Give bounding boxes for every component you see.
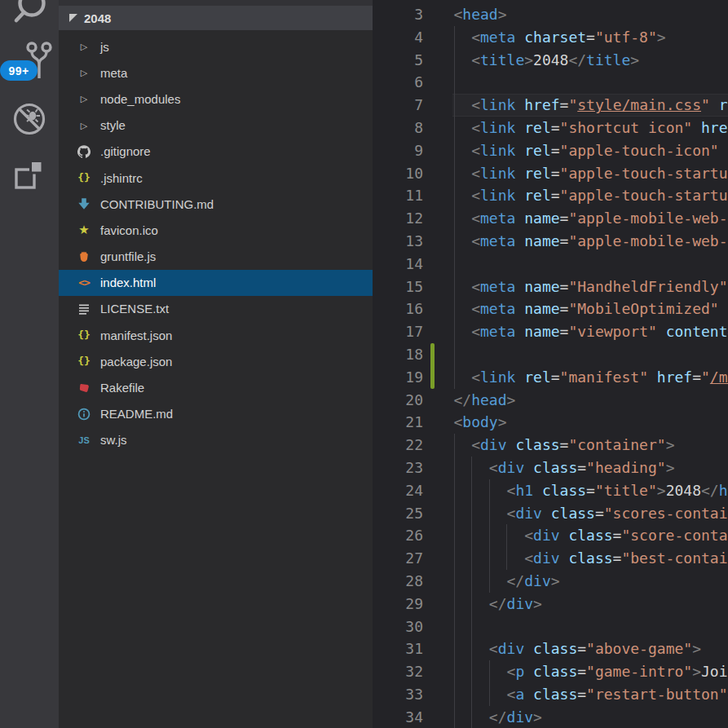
- line-number[interactable]: 3: [373, 3, 423, 26]
- line-number[interactable]: 14: [373, 253, 423, 276]
- tree-item-gitignore[interactable]: .gitignore: [59, 139, 373, 165]
- line-number[interactable]: 21: [373, 411, 423, 434]
- code-line-24[interactable]: <h1 class="title">2048</h1>: [373, 479, 728, 502]
- line-number[interactable]: 19: [373, 366, 423, 389]
- code-text: <h1 class="title">2048</h1>: [454, 479, 728, 502]
- indent-guide: [489, 683, 490, 706]
- code-line-29[interactable]: </div>: [373, 593, 728, 615]
- line-number[interactable]: 7: [373, 94, 423, 117]
- chevron-right-icon: ▷: [77, 92, 90, 105]
- indent-guide: [454, 253, 455, 276]
- indent-guide: [454, 570, 455, 593]
- tree-item-package-json[interactable]: {}package.json: [59, 348, 373, 374]
- indent-guide: [454, 94, 455, 117]
- line-number[interactable]: 18: [373, 343, 423, 366]
- tree-item-gruntfile-js[interactable]: gruntfile.js: [59, 244, 373, 270]
- code-text: <div class="best-container">: [454, 547, 728, 570]
- code-line-16[interactable]: <meta name="MobileOptimized" content="32…: [373, 298, 728, 320]
- line-number[interactable]: 25: [373, 502, 423, 525]
- line-number[interactable]: 12: [373, 207, 423, 230]
- line-number[interactable]: 15: [373, 276, 423, 298]
- code-line-9[interactable]: <link rel="apple-touch-icon" href: [373, 139, 728, 162]
- tree-item-js[interactable]: ▷js: [59, 33, 373, 60]
- line-number[interactable]: 32: [373, 660, 423, 683]
- line-number[interactable]: 33: [373, 683, 423, 706]
- source-control-icon[interactable]: 99+: [20, 41, 58, 80]
- code-line-33[interactable]: <a class="restart-button">New Game: [373, 683, 728, 706]
- tree-item-manifest-json[interactable]: {}manifest.json: [59, 322, 373, 348]
- code-line-22[interactable]: <div class="container">: [373, 434, 728, 457]
- code-line-31[interactable]: <div class="above-game">: [373, 638, 728, 660]
- line-number[interactable]: 23: [373, 457, 423, 479]
- line-number[interactable]: 29: [373, 593, 423, 615]
- code-line-11[interactable]: <link rel="apple-touch-startup-image": [373, 184, 728, 207]
- code-line-10[interactable]: <link rel="apple-touch-startup-image": [373, 162, 728, 185]
- line-number[interactable]: 26: [373, 524, 423, 547]
- tree-item-meta[interactable]: ▷meta: [59, 60, 373, 86]
- tree-item-jshintrc[interactable]: {}.jshintrc: [59, 165, 373, 191]
- code-line-12[interactable]: <meta name="apple-mobile-web-app-capable…: [373, 207, 728, 230]
- code-line-19[interactable]: <link rel="manifest" href="/manifest.jso…: [373, 366, 728, 389]
- down-arrow-icon: [77, 197, 90, 210]
- indent-guide: [454, 593, 455, 615]
- code-line-3[interactable]: <head>: [373, 3, 728, 26]
- line-number[interactable]: 10: [373, 162, 423, 185]
- code-line-15[interactable]: <meta name="HandheldFriendly" content: [373, 276, 728, 298]
- code-line-20[interactable]: </head>: [373, 389, 728, 412]
- line-number[interactable]: 8: [373, 117, 423, 139]
- tree-item-sw-js[interactable]: JSsw.js: [59, 427, 373, 453]
- code-line-17[interactable]: <meta name="viewport" content="width=dev…: [373, 320, 728, 343]
- code-line-18[interactable]: [373, 343, 728, 366]
- code-line-32[interactable]: <p class="game-intro">Join the numbers: [373, 660, 728, 683]
- tree-item-node-modules[interactable]: ▷node_modules: [59, 86, 373, 112]
- code-line-23[interactable]: <div class="heading">: [373, 457, 728, 479]
- code-line-8[interactable]: <link rel="shortcut icon" href="favicon.…: [373, 117, 728, 139]
- line-number[interactable]: 28: [373, 570, 423, 593]
- folder-section-header[interactable]: 2048: [59, 6, 373, 30]
- tree-item-readme-md[interactable]: README.md: [59, 401, 373, 427]
- activity-bar: 99+: [0, 0, 59, 728]
- folder-name: js: [100, 40, 109, 54]
- tree-item-license-txt[interactable]: LICENSE.txt: [59, 296, 373, 322]
- code-line-25[interactable]: <div class="scores-container">: [373, 502, 728, 525]
- line-number[interactable]: 9: [373, 139, 423, 162]
- line-number[interactable]: 24: [373, 479, 423, 502]
- code-line-21[interactable]: <body>: [373, 411, 728, 434]
- braces-icon: {}: [77, 355, 90, 368]
- line-number[interactable]: 16: [373, 298, 423, 320]
- line-number[interactable]: 17: [373, 320, 423, 343]
- indent-guide: [471, 547, 472, 570]
- code-line-28[interactable]: </div>: [373, 570, 728, 593]
- line-number[interactable]: 22: [373, 434, 423, 457]
- code-line-4[interactable]: <meta charset="utf-8">: [373, 26, 728, 49]
- debug-icon[interactable]: [0, 101, 59, 137]
- code-line-26[interactable]: <div class="score-container">: [373, 524, 728, 547]
- code-line-34[interactable]: </div>: [373, 706, 728, 728]
- code-line-6[interactable]: [373, 71, 728, 94]
- code-line-13[interactable]: <meta name="apple-mobile-web-app-status-…: [373, 230, 728, 253]
- code-line-27[interactable]: <div class="best-container">: [373, 547, 728, 570]
- line-number[interactable]: 27: [373, 547, 423, 570]
- code-line-5[interactable]: <title>2048</title>: [373, 49, 728, 72]
- line-number[interactable]: 13: [373, 230, 423, 253]
- line-number[interactable]: 20: [373, 389, 423, 412]
- tree-item-rakefile[interactable]: Rakefile: [59, 374, 373, 400]
- tree-item-contributing-md[interactable]: CONTRIBUTING.md: [59, 191, 373, 217]
- code-line-14[interactable]: [373, 253, 728, 276]
- line-number[interactable]: 6: [373, 71, 423, 94]
- tree-item-style[interactable]: ▷style: [59, 113, 373, 139]
- line-number[interactable]: 5: [373, 49, 423, 72]
- tree-item-favicon-ico[interactable]: ★favicon.ico: [59, 217, 373, 243]
- code-line-30[interactable]: [373, 615, 728, 638]
- indent-guide: [454, 71, 455, 94]
- extensions-icon[interactable]: [0, 158, 59, 191]
- line-number[interactable]: 30: [373, 615, 423, 638]
- line-number[interactable]: 34: [373, 706, 423, 728]
- code-line-7[interactable]: <link href="style/main.css" rel="stylesh…: [373, 94, 728, 117]
- git-added-lines-indicator[interactable]: [430, 343, 435, 389]
- tree-item-index-html[interactable]: <>index.html: [59, 270, 373, 296]
- line-number[interactable]: 4: [373, 26, 423, 49]
- line-number[interactable]: 31: [373, 638, 423, 660]
- search-icon[interactable]: [0, 0, 59, 34]
- line-number[interactable]: 11: [373, 184, 423, 207]
